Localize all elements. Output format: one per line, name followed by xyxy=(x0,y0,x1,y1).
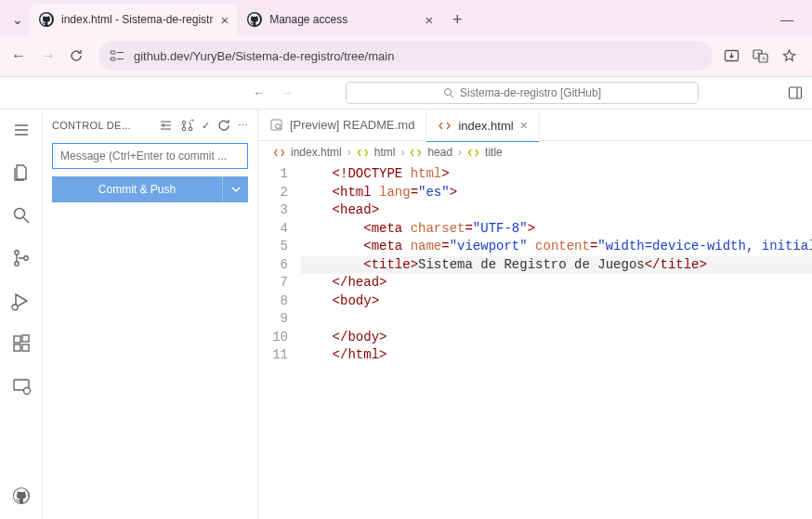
site-controls-icon[interactable] xyxy=(110,49,124,62)
breadcrumb[interactable]: index.html›html›head›title xyxy=(258,141,812,163)
svg-point-37 xyxy=(189,127,192,131)
github-icon[interactable] xyxy=(10,485,33,507)
code-line[interactable] xyxy=(301,310,812,329)
commit-push-button[interactable]: Commit & Push xyxy=(52,176,222,202)
chevron-down-icon[interactable]: ⌄ xyxy=(7,12,28,27)
code-line[interactable]: </body> xyxy=(301,329,812,347)
preview-icon xyxy=(269,118,283,132)
code-icon xyxy=(438,119,452,133)
code-line[interactable]: <head> xyxy=(301,201,812,220)
svg-rect-3 xyxy=(111,58,115,60)
tab-title: Manage access xyxy=(269,13,417,26)
browser-nav-row: ← → github.dev/YuryBe/Sistema-de-registr… xyxy=(0,35,812,76)
editor-tab[interactable]: [Preview] README.md xyxy=(258,110,426,141)
symbol-icon xyxy=(410,147,422,159)
more-icon[interactable]: ⋯ xyxy=(238,120,248,132)
vscode-command-bar: ← → Sistema-de-registro [GitHub] xyxy=(0,77,812,110)
close-icon[interactable]: × xyxy=(220,12,229,28)
remote-icon[interactable] xyxy=(10,375,33,397)
file-icon xyxy=(273,147,285,159)
source-control-sidebar: CONTROL DE... + ✓ ⋯ Commit & Push xyxy=(43,110,258,519)
close-icon[interactable]: × xyxy=(520,118,528,133)
code-line[interactable]: <meta name="viewport" content="width=dev… xyxy=(301,238,812,256)
layout-icon[interactable] xyxy=(788,85,803,100)
explorer-icon[interactable] xyxy=(10,162,33,184)
code-line[interactable]: <body> xyxy=(301,292,812,311)
menu-icon[interactable] xyxy=(10,119,33,141)
browser-tab[interactable]: Manage access× xyxy=(238,4,442,35)
back-button[interactable]: ← xyxy=(9,47,28,64)
forward-button[interactable]: → xyxy=(39,47,58,64)
close-icon[interactable]: × xyxy=(425,12,433,28)
url-text: github.dev/YuryBe/Sistema-de-registro/tr… xyxy=(134,49,394,63)
github-icon xyxy=(247,12,262,27)
url-bar[interactable]: github.dev/YuryBe/Sistema-de-registro/tr… xyxy=(98,41,713,71)
line-gutter: 1234567891011 xyxy=(258,163,301,365)
code-line[interactable]: <!DOCTYPE html> xyxy=(301,165,812,184)
browser-chrome: ⌄ index.html - Sistema-de-registr×Manage… xyxy=(0,0,812,77)
new-tab-button[interactable]: + xyxy=(444,10,470,30)
search-icon[interactable] xyxy=(10,204,33,227)
activity-bar xyxy=(0,110,43,519)
vscode-back-button[interactable]: ← xyxy=(249,85,269,100)
browser-tab-row: ⌄ index.html - Sistema-de-registr×Manage… xyxy=(0,0,812,35)
code-line[interactable]: </head> xyxy=(301,274,812,292)
sidebar-header: CONTROL DE... + ✓ ⋯ xyxy=(43,110,257,141)
svg-point-40 xyxy=(276,124,281,129)
refresh-icon[interactable] xyxy=(217,119,230,132)
svg-text:+: + xyxy=(190,119,194,123)
search-icon xyxy=(443,87,454,98)
run-debug-icon[interactable] xyxy=(10,290,33,312)
svg-rect-24 xyxy=(14,336,20,343)
commit-split-button[interactable] xyxy=(222,176,248,202)
svg-point-23 xyxy=(12,305,18,310)
commit-message-input[interactable] xyxy=(52,143,248,169)
breadcrumb-item[interactable]: index.html xyxy=(291,146,342,159)
vscode-body: CONTROL DE... + ✓ ⋯ Commit & Push [Previ… xyxy=(0,110,812,519)
install-app-icon[interactable] xyxy=(724,48,740,64)
editor-area: [Preview] README.mdindex.html× index.htm… xyxy=(258,110,812,519)
code-lines[interactable]: <!DOCTYPE html> <html lang="es"> <head> … xyxy=(301,163,812,365)
vscode-forward-button[interactable]: → xyxy=(277,85,297,100)
code-line[interactable]: <title>Sistema de Registro de Juegos</ti… xyxy=(301,256,812,275)
translate-icon[interactable]: 文A xyxy=(753,48,768,64)
svg-point-18 xyxy=(14,209,24,219)
view-tree-icon[interactable] xyxy=(159,119,173,133)
code-line[interactable]: <meta charset="UTF-8"> xyxy=(301,220,812,239)
svg-point-22 xyxy=(23,256,27,260)
breadcrumb-item[interactable]: html xyxy=(374,146,396,159)
vscode-search-bar[interactable]: Sistema-de-registro [GitHub] xyxy=(346,82,699,104)
code-line[interactable]: <html lang="es"> xyxy=(301,184,812,202)
sidebar-title: CONTROL DE... xyxy=(52,120,151,131)
bookmark-icon[interactable] xyxy=(781,48,797,64)
svg-text:A: A xyxy=(762,56,766,61)
github-icon xyxy=(39,12,54,27)
breadcrumb-item[interactable]: title xyxy=(485,146,503,159)
svg-rect-27 xyxy=(22,335,29,342)
editor-tab[interactable]: index.html× xyxy=(426,110,539,142)
chevron-right-icon: › xyxy=(400,146,404,159)
svg-point-29 xyxy=(23,388,30,395)
window-controls: — xyxy=(780,12,805,27)
svg-rect-2 xyxy=(111,51,115,54)
breadcrumb-item[interactable]: head xyxy=(427,146,452,159)
code-line[interactable]: </html> xyxy=(301,346,812,365)
extensions-icon[interactable] xyxy=(10,332,33,355)
reload-button[interactable] xyxy=(69,48,87,63)
svg-rect-13 xyxy=(790,87,802,98)
url-actions: 文A xyxy=(724,48,803,64)
commit-icon[interactable]: ✓ xyxy=(202,120,210,132)
chevron-right-icon: › xyxy=(458,146,462,159)
vscode-search-text: Sistema-de-registro [GitHub] xyxy=(460,86,601,99)
browser-tab[interactable]: index.html - Sistema-de-registr× xyxy=(30,4,238,35)
code-area[interactable]: 1234567891011 <!DOCTYPE html> <html lang… xyxy=(258,163,812,365)
symbol-icon xyxy=(467,147,479,159)
editor-tab-label: index.html xyxy=(458,119,513,133)
source-control-icon[interactable] xyxy=(10,247,33,269)
svg-line-12 xyxy=(451,95,453,97)
svg-rect-25 xyxy=(14,344,20,351)
window-minimize-icon[interactable]: — xyxy=(780,12,793,27)
create-pr-icon[interactable]: + xyxy=(180,119,194,133)
commit-message-field[interactable] xyxy=(52,143,248,169)
svg-line-19 xyxy=(23,218,29,224)
